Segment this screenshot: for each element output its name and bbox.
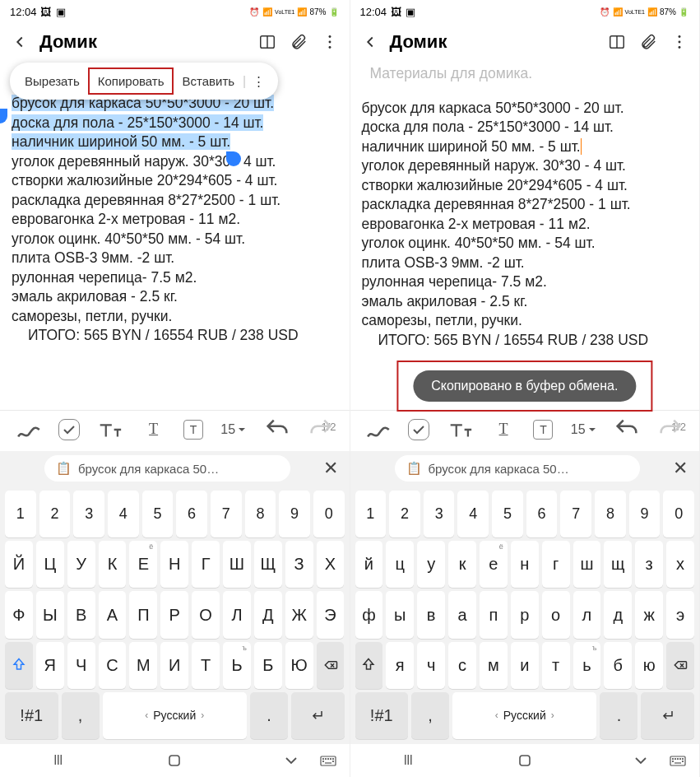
selection-handle-start[interactable]: [0, 109, 7, 123]
underline-icon[interactable]: T: [489, 416, 517, 444]
key-ю[interactable]: ю: [635, 642, 663, 689]
textsize-icon[interactable]: [95, 416, 123, 444]
key-з[interactable]: З: [285, 541, 313, 588]
key-ф[interactable]: ф: [355, 591, 383, 638]
more-icon[interactable]: [318, 30, 341, 54]
key-й[interactable]: й: [355, 541, 383, 588]
key-х[interactable]: Х: [317, 541, 345, 588]
key-3[interactable]: 3: [73, 491, 104, 537]
key-з[interactable]: з: [635, 541, 663, 588]
key-7[interactable]: 7: [211, 491, 242, 537]
key-и[interactable]: И: [160, 642, 188, 689]
key-ш[interactable]: Ш: [223, 541, 251, 588]
key-н[interactable]: Н: [160, 541, 188, 588]
key-space[interactable]: ‹Русский›: [452, 692, 596, 739]
key-е[interactable]: её: [480, 541, 508, 588]
key-щ[interactable]: Щ: [254, 541, 282, 588]
undo-icon[interactable]: [613, 416, 641, 444]
key-ь[interactable]: ьъ: [573, 642, 601, 689]
key-ь[interactable]: Ьъ: [223, 642, 251, 689]
book-icon[interactable]: [605, 30, 628, 54]
key-ч[interactable]: ч: [417, 642, 445, 689]
key-1[interactable]: 1: [355, 491, 387, 537]
key-period[interactable]: .: [250, 692, 288, 739]
underline-icon[interactable]: T: [140, 416, 168, 444]
key-8[interactable]: 8: [245, 491, 276, 537]
undo-icon[interactable]: [263, 416, 291, 444]
key-л[interactable]: Л: [223, 591, 251, 638]
redo-icon[interactable]: [656, 416, 684, 444]
textcolor-icon[interactable]: T: [533, 420, 553, 440]
key-9[interactable]: 9: [279, 491, 310, 537]
fontsize-select[interactable]: 15: [219, 416, 247, 444]
key-э[interactable]: э: [666, 591, 694, 638]
key-б[interactable]: Б: [254, 642, 282, 689]
back-button[interactable]: [8, 30, 31, 54]
attach-icon[interactable]: [287, 30, 310, 54]
key-у[interactable]: У: [67, 541, 95, 588]
more-icon[interactable]: [668, 30, 691, 54]
key-к[interactable]: к: [448, 541, 476, 588]
textsize-icon[interactable]: [446, 416, 474, 444]
selection-handle-end[interactable]: [226, 151, 241, 166]
checkbox-icon[interactable]: [58, 419, 80, 440]
key-и[interactable]: и: [511, 642, 539, 689]
keyboard-switch-icon[interactable]: [318, 751, 338, 770]
draw-icon[interactable]: [15, 416, 43, 444]
back-nav-button[interactable]: [631, 751, 651, 770]
key-й[interactable]: Й: [5, 541, 33, 588]
menu-copy[interactable]: Копировать: [88, 67, 174, 95]
key-к[interactable]: К: [99, 541, 127, 588]
key-7[interactable]: 7: [560, 491, 591, 537]
key-в[interactable]: в: [417, 591, 445, 638]
key-shift[interactable]: [355, 642, 383, 689]
key-т[interactable]: Т: [192, 642, 220, 689]
menu-paste[interactable]: Вставить: [174, 69, 243, 93]
close-icon[interactable]: ✕: [673, 458, 688, 479]
key-ы[interactable]: Ы: [36, 591, 64, 638]
key-shift[interactable]: [5, 642, 33, 689]
key-symbols[interactable]: !#1: [355, 692, 409, 739]
close-icon[interactable]: ✕: [323, 458, 338, 479]
textcolor-icon[interactable]: T: [183, 420, 203, 440]
key-5[interactable]: 5: [492, 491, 523, 537]
key-enter[interactable]: [291, 692, 345, 739]
key-н[interactable]: н: [511, 541, 539, 588]
key-б[interactable]: б: [604, 642, 632, 689]
key-е[interactable]: Её: [129, 541, 157, 588]
key-о[interactable]: о: [542, 591, 570, 638]
key-enter[interactable]: [641, 692, 694, 739]
clipboard-pill[interactable]: 📋 брусок для каркаса 50…: [395, 455, 641, 482]
note-body[interactable]: брусок для каркаса 50*50*3000 - 20 шт. д…: [0, 94, 350, 346]
redo-icon[interactable]: [307, 416, 335, 444]
checkbox-icon[interactable]: [408, 419, 429, 440]
key-ж[interactable]: ж: [635, 591, 663, 638]
key-ш[interactable]: ш: [573, 541, 601, 588]
key-у[interactable]: у: [417, 541, 445, 588]
key-щ[interactable]: щ: [604, 541, 632, 588]
key-comma[interactable]: ,: [62, 692, 100, 739]
key-т[interactable]: т: [542, 642, 570, 689]
key-3[interactable]: 3: [424, 491, 455, 537]
key-ц[interactable]: Ц: [36, 541, 64, 588]
key-backspace[interactable]: [317, 642, 345, 689]
key-п[interactable]: п: [480, 591, 508, 638]
key-л[interactable]: л: [573, 591, 601, 638]
key-2[interactable]: 2: [39, 491, 71, 537]
key-ф[interactable]: Ф: [5, 591, 33, 638]
key-period[interactable]: .: [600, 692, 637, 739]
clipboard-pill[interactable]: 📋 брусок для каркаса 50…: [44, 455, 290, 482]
key-я[interactable]: Я: [36, 642, 64, 689]
key-ж[interactable]: Ж: [285, 591, 313, 638]
back-nav-button[interactable]: [281, 751, 301, 770]
key-ч[interactable]: Ч: [67, 642, 95, 689]
key-0[interactable]: 0: [313, 491, 345, 537]
recents-button[interactable]: lll: [398, 751, 418, 770]
key-г[interactable]: г: [542, 541, 570, 588]
key-ы[interactable]: ы: [386, 591, 414, 638]
key-м[interactable]: М: [129, 642, 157, 689]
key-space[interactable]: ‹Русский›: [103, 692, 247, 739]
draw-icon[interactable]: [364, 416, 392, 444]
menu-cut[interactable]: Вырезать: [16, 69, 88, 93]
key-0[interactable]: 0: [663, 491, 694, 537]
